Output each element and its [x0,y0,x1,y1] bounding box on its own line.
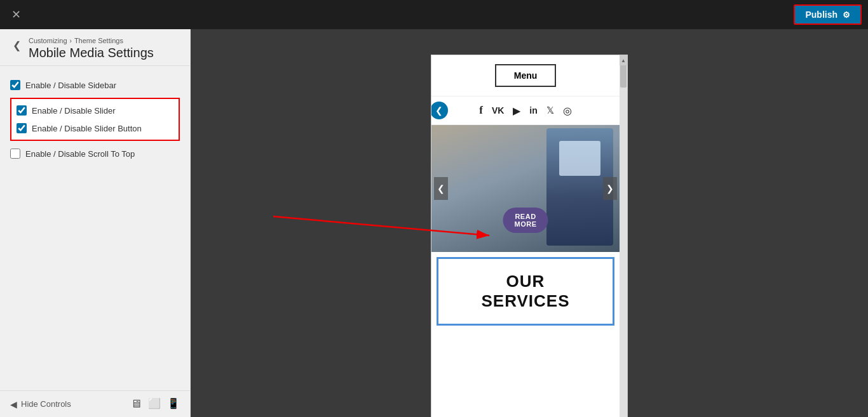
slider-section: ❮ ❯ READMORE [431,125,620,252]
breadcrumb: Customizing › Theme Settings [29,37,154,44]
sidebar-content: Enable / Disable Sidebar Enable / Disabl… [0,66,190,390]
preview-scrollbar[interactable] [620,55,627,417]
social-icon-youtube[interactable]: ▶ [513,105,520,117]
page-title: Mobile Media Settings [29,46,154,60]
checkbox-slider-button-input[interactable] [17,123,27,133]
publish-button[interactable]: Publish ⚙ [794,4,862,25]
our-services-section: OUR SERVICES [437,257,614,326]
services-line2: SERVICES [481,291,569,310]
social-icon-facebook[interactable]: f [479,104,483,117]
checkbox-slider-button-label[interactable]: Enable / Disable Slider Button [32,124,142,133]
scroll-up-arrow[interactable]: ▲ [620,55,627,65]
hide-controls-label: Hide Controls [21,399,71,409]
checkbox-sidebar-input[interactable] [10,80,20,90]
tablet-icon[interactable]: ⬜ [148,397,161,411]
checkbox-slider-label[interactable]: Enable / Disable Slider [32,106,116,116]
checkbox-slider: Enable / Disable Slider [17,102,173,119]
social-icon-linkedin[interactable]: in [529,105,537,116]
hide-controls[interactable]: ◀ Hide Controls [10,399,71,409]
checkbox-scroll-top-label[interactable]: Enable / Disable Scroll To Top [25,149,135,159]
social-row: ❮ f VK ▶ in 𝕏 ◎ [431,96,620,125]
sidebar: ❮ Customizing › Theme Settings Mobile Me… [0,29,191,417]
preview-content: Menu ❮ f VK ▶ in 𝕏 ◎ [431,55,620,417]
hide-controls-arrow: ◀ [10,399,17,409]
desktop-icon[interactable]: 🖥 [130,397,142,411]
social-icon-instagram[interactable]: ◎ [563,105,572,117]
breadcrumb-arrow: › [70,37,72,44]
main-layout: ❮ Customizing › Theme Settings Mobile Me… [0,29,868,417]
preview-area: ▲ Menu ❮ f VK ▶ in 𝕏 ◎ [191,29,868,417]
menu-button[interactable]: Menu [495,64,557,87]
mobile-icon[interactable]: 📱 [167,397,180,411]
checkbox-scroll-top: Enable / Disable Scroll To Top [10,145,180,162]
slider-prev-button[interactable]: ❮ [434,177,448,200]
device-icons: 🖥 ⬜ 📱 [130,397,180,411]
gear-icon: ⚙ [843,10,850,20]
sidebar-header: ❮ Customizing › Theme Settings Mobile Me… [0,29,190,66]
checkbox-scroll-top-input[interactable] [10,149,20,159]
services-line1: OUR [506,272,545,291]
checkbox-slider-button: Enable / Disable Slider Button [17,119,173,137]
mobile-preview: ▲ Menu ❮ f VK ▶ in 𝕏 ◎ [431,55,628,417]
sidebar-footer: ◀ Hide Controls 🖥 ⬜ 📱 [0,390,190,417]
checkbox-slider-input[interactable] [17,105,27,116]
social-icon-twitter[interactable]: 𝕏 [546,105,554,116]
checkbox-sidebar: Enable / Disable Sidebar [10,76,180,94]
publish-label: Publish [805,10,837,20]
sidebar-header-text: Customizing › Theme Settings Mobile Medi… [29,37,154,60]
slider-next-button[interactable]: ❯ [603,177,617,200]
read-more-button[interactable]: READMORE [503,208,548,233]
close-button[interactable]: ✕ [6,6,26,23]
social-icon-vk[interactable]: VK [492,105,504,116]
checkbox-group-slider: Enable / Disable Slider Enable / Disable… [10,98,180,141]
tablet-screen [559,141,600,176]
top-bar: ✕ Publish ⚙ [0,0,868,29]
breadcrumb-theme-settings: Theme Settings [74,37,123,44]
social-circle-button[interactable]: ❮ [431,102,448,119]
breadcrumb-customizing: Customizing [29,37,67,44]
checkbox-sidebar-label[interactable]: Enable / Disable Sidebar [25,81,116,90]
our-services-text: OUR SERVICES [451,272,600,311]
menu-bar: Menu [431,55,620,96]
back-button[interactable]: ❮ [10,38,24,53]
